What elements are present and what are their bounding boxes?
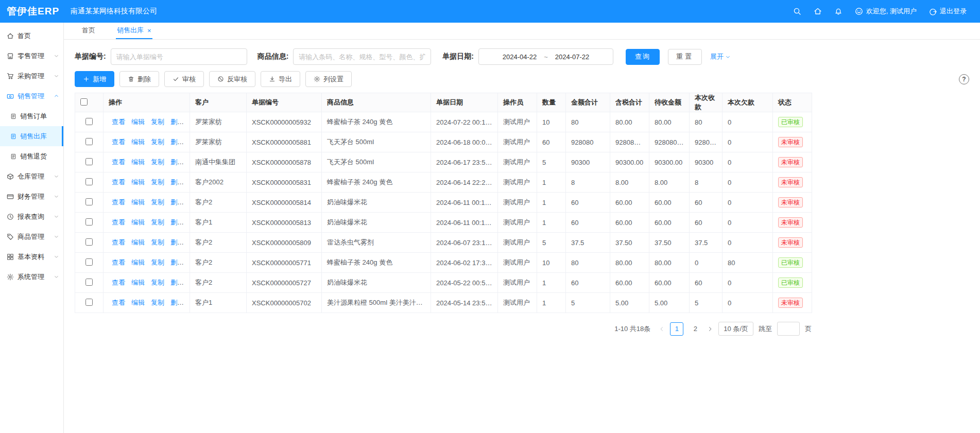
edit-link[interactable]: 编辑 <box>131 138 145 146</box>
product-info-input[interactable] <box>293 48 431 65</box>
sidebar-item-system[interactable]: 系统管理 <box>0 267 63 287</box>
delete-link[interactable]: 删除 <box>170 218 184 226</box>
cell-qty: 1 <box>537 273 566 293</box>
select-all-checkbox[interactable] <box>80 98 88 106</box>
view-link[interactable]: 查看 <box>112 279 125 286</box>
sidebar-item-basic-data[interactable]: 基本资料 <box>0 247 63 267</box>
sidebar-item-retail[interactable]: 零售管理 <box>0 46 63 66</box>
delete-link[interactable]: 删除 <box>170 279 184 286</box>
cell-operator: 测试用户 <box>498 253 537 273</box>
home-icon[interactable] <box>814 7 822 15</box>
delete-link[interactable]: 删除 <box>170 178 184 186</box>
export-button[interactable]: 导出 <box>261 71 300 87</box>
edit-link[interactable]: 编辑 <box>131 158 145 166</box>
delete-link[interactable]: 删除 <box>170 118 184 126</box>
help-icon[interactable]: ? <box>959 74 969 84</box>
user-menu[interactable]: 欢迎您, 测试用户 <box>855 7 917 16</box>
edit-link[interactable]: 编辑 <box>131 198 145 206</box>
row-checkbox[interactable] <box>85 238 93 246</box>
copy-link[interactable]: 复制 <box>151 118 164 126</box>
cell-owed: 0 <box>723 132 773 152</box>
edit-link[interactable]: 编辑 <box>131 299 145 306</box>
copy-link[interactable]: 复制 <box>151 178 164 186</box>
edit-link[interactable]: 编辑 <box>131 178 145 186</box>
jump-page-input[interactable] <box>777 322 800 336</box>
column-settings-button[interactable]: 列设置 <box>305 71 352 87</box>
copy-link[interactable]: 复制 <box>151 138 164 146</box>
prev-page-button[interactable] <box>659 326 665 332</box>
copy-link[interactable]: 复制 <box>151 238 164 246</box>
row-checkbox[interactable] <box>85 299 93 306</box>
status-badge: 已审核 <box>778 278 803 288</box>
copy-link[interactable]: 复制 <box>151 279 164 286</box>
tab-home[interactable]: 首页 <box>81 23 96 39</box>
copy-link[interactable]: 复制 <box>151 218 164 226</box>
sidebar-item-product[interactable]: 商品管理 <box>0 227 63 247</box>
copy-link[interactable]: 复制 <box>151 198 164 206</box>
edit-link[interactable]: 编辑 <box>131 238 145 246</box>
row-checkbox[interactable] <box>85 158 93 165</box>
bill-no-input[interactable] <box>111 48 247 65</box>
next-page-button[interactable] <box>707 326 713 332</box>
edit-link[interactable]: 编辑 <box>131 279 145 286</box>
edit-link[interactable]: 编辑 <box>131 118 145 126</box>
delete-link[interactable]: 删除 <box>170 299 184 306</box>
view-link[interactable]: 查看 <box>112 238 125 246</box>
search-icon[interactable] <box>793 7 801 15</box>
view-link[interactable]: 查看 <box>112 138 125 146</box>
delete-button[interactable]: 删除 <box>119 71 159 87</box>
row-checkbox[interactable] <box>85 118 93 125</box>
status-badge: 已审核 <box>778 257 803 268</box>
sidebar-item-sales-order[interactable]: 销售订单 <box>0 106 63 126</box>
sidebar-item-home[interactable]: 首页 <box>0 26 63 46</box>
sidebar-item-label: 财务管理 <box>18 192 54 201</box>
view-link[interactable]: 查看 <box>112 299 125 306</box>
logout-button[interactable]: 退出登录 <box>929 7 967 16</box>
delete-link[interactable]: 删除 <box>170 158 184 166</box>
view-link[interactable]: 查看 <box>112 118 125 126</box>
bell-icon[interactable] <box>834 7 843 15</box>
edit-link[interactable]: 编辑 <box>131 258 145 266</box>
sidebar-item-finance[interactable]: 财务管理 <box>0 186 63 206</box>
row-checkbox[interactable] <box>85 178 93 185</box>
sidebar-item-purchase[interactable]: 采购管理 <box>0 66 63 86</box>
page-size-select[interactable]: 10 条/页 <box>718 322 753 336</box>
view-link[interactable]: 查看 <box>112 178 125 186</box>
copy-link[interactable]: 复制 <box>151 299 164 306</box>
row-checkbox[interactable] <box>85 279 93 286</box>
sidebar-item-warehouse[interactable]: 仓库管理 <box>0 166 63 186</box>
audit-button[interactable]: 审核 <box>164 71 204 87</box>
sidebar-item-sales[interactable]: 销售管理 <box>0 86 63 106</box>
reset-button[interactable]: 重置 <box>668 49 702 65</box>
view-link[interactable]: 查看 <box>112 198 125 206</box>
close-icon[interactable]: × <box>147 27 151 34</box>
sidebar-item-sales-outbound[interactable]: 销售出库 <box>0 126 63 146</box>
add-button[interactable]: 新增 <box>75 71 114 87</box>
delete-link[interactable]: 删除 <box>170 258 184 266</box>
sidebar-item-sales-return[interactable]: 销售退货 <box>0 146 63 166</box>
view-link[interactable]: 查看 <box>112 258 125 266</box>
view-link[interactable]: 查看 <box>112 158 125 166</box>
copy-link[interactable]: 复制 <box>151 158 164 166</box>
copy-link[interactable]: 复制 <box>151 258 164 266</box>
tab-sales-outbound[interactable]: 销售出库 × <box>116 23 152 39</box>
row-checkbox[interactable] <box>85 138 93 145</box>
delete-link[interactable]: 删除 <box>170 198 184 206</box>
delete-link[interactable]: 删除 <box>170 238 184 246</box>
edit-link[interactable]: 编辑 <box>131 218 145 226</box>
row-checkbox[interactable] <box>85 218 93 226</box>
date-end[interactable]: 2024-07-22 <box>555 53 590 61</box>
search-button[interactable]: 查询 <box>626 49 660 65</box>
row-checkbox[interactable] <box>85 198 93 205</box>
expand-link[interactable]: 展开 <box>710 52 731 61</box>
unaudit-button[interactable]: 反审核 <box>209 71 255 87</box>
row-checkbox[interactable] <box>85 258 93 266</box>
date-range-picker[interactable]: 2024-04-22 ~ 2024-07-22 <box>478 48 613 65</box>
delete-link[interactable]: 删除 <box>170 138 184 146</box>
sidebar-item-report[interactable]: 报表查询 <box>0 206 63 227</box>
date-start[interactable]: 2024-04-22 <box>503 53 537 61</box>
page-button-2[interactable]: 2 <box>689 322 702 336</box>
page-button-1[interactable]: 1 <box>670 322 683 336</box>
view-link[interactable]: 查看 <box>112 218 125 226</box>
chevron-left-icon <box>659 326 665 332</box>
